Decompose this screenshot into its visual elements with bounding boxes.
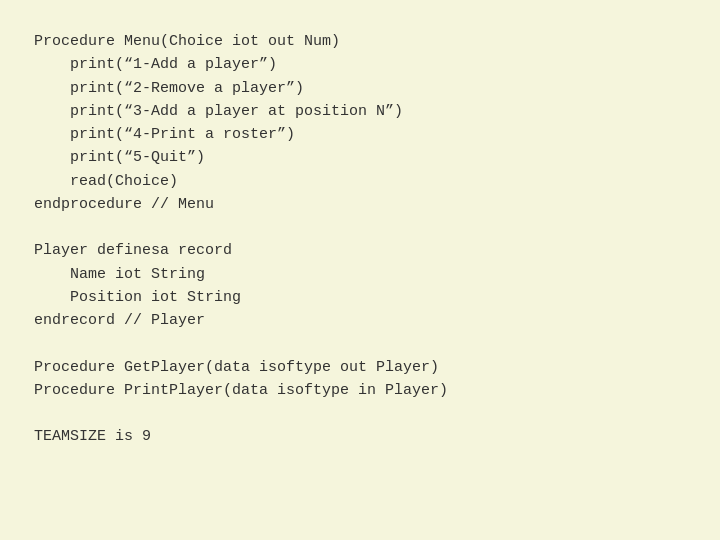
- code-block: Procedure Menu(Choice iot out Num) print…: [34, 30, 686, 449]
- code-container: Procedure Menu(Choice iot out Num) print…: [10, 10, 710, 530]
